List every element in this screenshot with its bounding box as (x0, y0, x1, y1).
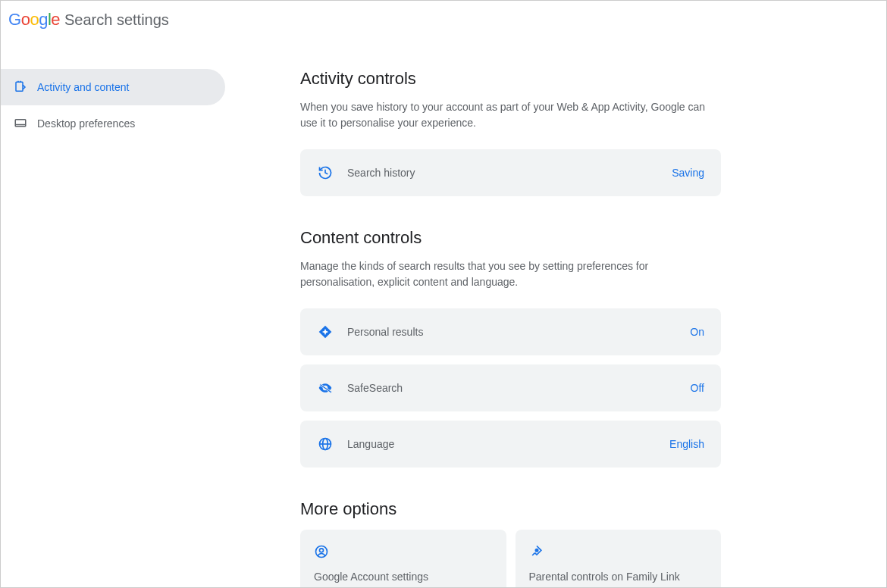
svg-rect-0 (16, 82, 23, 91)
account-circle-icon (314, 543, 331, 560)
card-value: Saving (672, 167, 704, 179)
tile-google-account-settings[interactable]: Google Account settings (300, 530, 506, 588)
svg-point-8 (320, 549, 324, 552)
card-value: On (690, 326, 704, 338)
tile-label: Google Account settings (314, 571, 493, 583)
sidebar-item-label: Activity and content (37, 81, 129, 93)
page-title: Search settings (64, 11, 169, 29)
card-value: Off (691, 382, 704, 394)
main-content: Activity controls When you save history … (228, 39, 721, 588)
sparkle-diamond-icon (317, 324, 334, 340)
sidebar: Activity and content Desktop preferences (1, 39, 228, 588)
card-value: English (669, 438, 704, 450)
sidebar-item-label: Desktop preferences (37, 117, 135, 130)
card-label: Search history (347, 167, 672, 179)
section-desc-content: Manage the kinds of search results that … (300, 258, 710, 290)
section-title-content: Content controls (300, 228, 721, 248)
section-desc-activity: When you save history to your account as… (300, 99, 710, 131)
tile-parental-controls[interactable]: Parental controls on Family Link (516, 530, 722, 588)
header: Google Search settings (1, 1, 886, 39)
section-title-activity: Activity controls (300, 69, 721, 89)
card-label: Language (347, 438, 669, 450)
card-safesearch[interactable]: SafeSearch Off (300, 364, 721, 411)
sidebar-item-desktop-preferences[interactable]: Desktop preferences (1, 105, 225, 142)
history-icon (317, 164, 334, 181)
family-link-icon (529, 543, 546, 560)
card-search-history[interactable]: Search history Saving (300, 149, 721, 196)
sidebar-item-activity-content[interactable]: Activity and content (1, 69, 225, 105)
section-title-more: More options (300, 499, 721, 519)
card-language[interactable]: Language English (300, 421, 721, 468)
svg-rect-1 (15, 120, 26, 127)
card-label: Personal results (347, 326, 690, 338)
svg-point-9 (535, 549, 538, 552)
tile-label: Parental controls on Family Link (529, 571, 708, 583)
eye-off-icon (317, 380, 334, 396)
card-personal-results[interactable]: Personal results On (300, 308, 721, 355)
card-label: SafeSearch (347, 382, 691, 394)
activity-icon (13, 80, 28, 95)
globe-icon (317, 436, 334, 452)
google-logo: Google (8, 10, 60, 30)
desktop-icon (13, 116, 28, 131)
